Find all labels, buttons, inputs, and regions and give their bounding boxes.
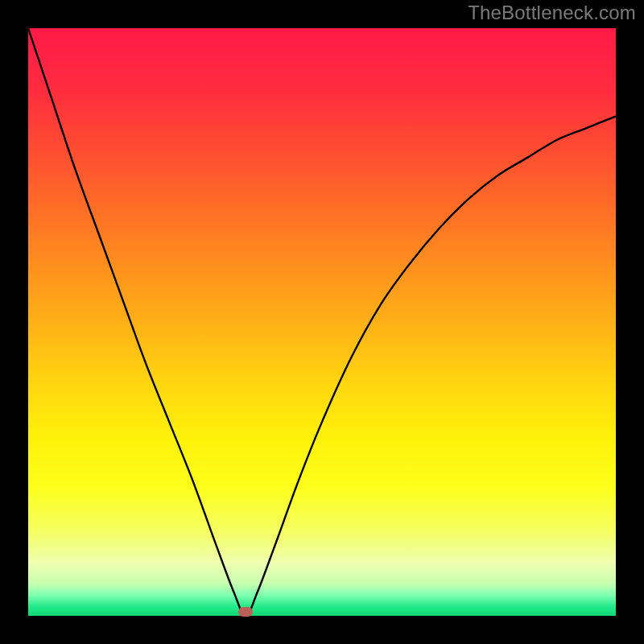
chart-frame: TheBottleneck.com	[0, 0, 644, 644]
minimum-marker	[238, 607, 253, 617]
gradient-background	[28, 28, 616, 616]
watermark-text: TheBottleneck.com	[468, 2, 636, 24]
plot-svg	[28, 28, 616, 616]
plot-area	[28, 28, 616, 616]
